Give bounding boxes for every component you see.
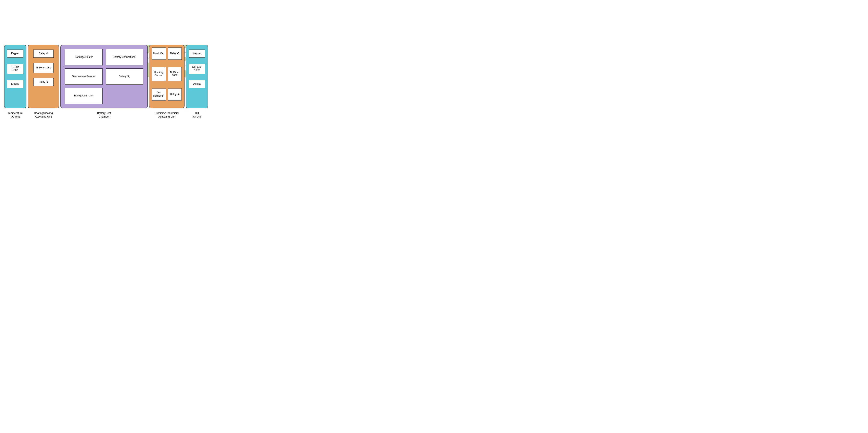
rh-io-label: RHI/O Unit [186, 111, 208, 119]
cartridge-heater-box: Cartridge Heater [65, 49, 103, 65]
de-humidifier-box: De - Humidifier [152, 88, 166, 100]
battery-chamber-label: Battery TestChamber [60, 111, 148, 119]
rh-ni-box: NI PXIe-1082 [189, 64, 205, 74]
rh-keypad-box: Keypad [189, 49, 205, 58]
humidity-sensor-box: Humidity Sensor [152, 67, 166, 81]
temp-keypad-box: Keypad [7, 49, 23, 58]
humidify-label: Humidify/DehumidifyActivating Unit [149, 111, 185, 119]
rh-display-box: Display [189, 80, 205, 88]
battery-connections-box: Battery Connections [106, 49, 144, 65]
rh-io-panel: Keypad NI PXIe-1082 Display [186, 45, 208, 108]
temp-io-label: TemperatureI/O Unit [4, 111, 26, 119]
refrigeration-unit-box: Refrigeration Unit [65, 88, 103, 104]
battery-chamber-panel: Cartridge Heater Battery Connections Tem… [60, 45, 148, 108]
temp-display-box: Display [7, 80, 23, 88]
panels-row: Keypad NI PXIe-1082 Display Relay -1 NI … [4, 45, 219, 108]
relay3-box: Relay -3 [168, 47, 182, 60]
temp-ni-box: NI PXIe-1082 [7, 64, 23, 74]
relay4-box: Relay -4 [168, 88, 182, 100]
hc-ni-box: NI PXIe-1082 [33, 63, 54, 73]
humidify-panel: Humidifier Relay -3 Humidity Sensor NI P… [149, 45, 185, 108]
heating-cooling-panel: Relay -1 NI PXIe-1082 Relay -2 [28, 45, 59, 108]
diagram-wrapper: Battery Cycle Testing Unit Load Cell Cha… [4, 45, 219, 119]
temperature-sensors-box: Temperature Sensors [65, 68, 103, 85]
relay1-box: Relay -1 [33, 49, 54, 58]
temp-io-panel: Keypad NI PXIe-1082 Display [4, 45, 26, 108]
humidifier-box: Humidifier [152, 47, 166, 60]
relay2-box: Relay -2 [33, 78, 54, 86]
heating-cooling-label: Heating/CoolingActivating Unit [28, 111, 59, 119]
hd-ni-box: NI PXIe-1082 [168, 67, 182, 81]
battery-jig-box: Battery Jig [106, 68, 144, 85]
bottom-labels: TemperatureI/O Unit Heating/CoolingActiv… [4, 111, 219, 119]
